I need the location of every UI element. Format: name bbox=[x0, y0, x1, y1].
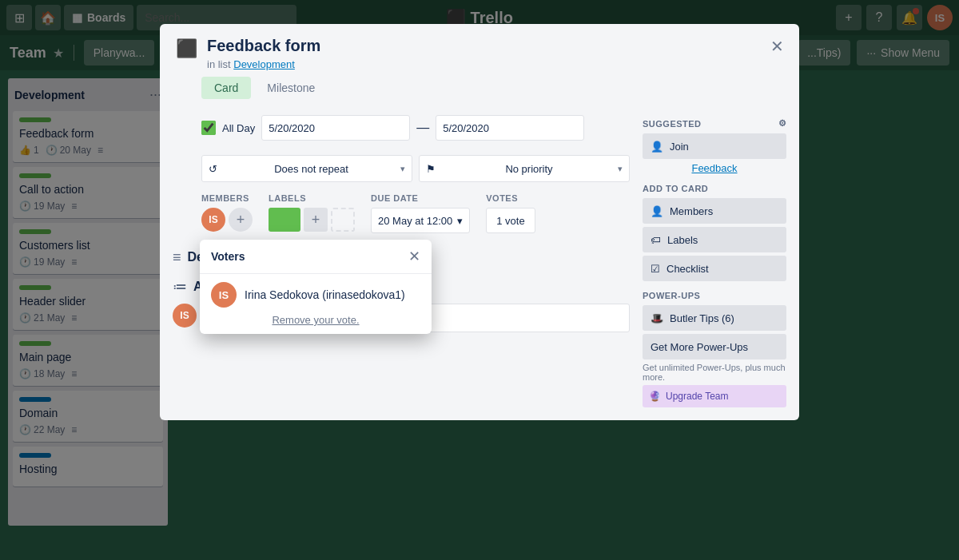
remove-vote-link[interactable]: Remove your vote. bbox=[211, 314, 420, 326]
votes-section: VOTES 1 vote bbox=[486, 193, 535, 233]
modal-subtitle: in list Development bbox=[207, 58, 783, 70]
modal-title: Feedback form bbox=[207, 37, 783, 55]
due-date-selector[interactable]: 20 May at 12:00 ▾ bbox=[371, 208, 470, 233]
modal-header: ⬛ Feedback form in list Development ✕ bbox=[160, 24, 799, 77]
feedback-link[interactable]: Feedback bbox=[643, 162, 786, 174]
date-row: All Day — bbox=[201, 109, 630, 147]
tab-card[interactable]: Card bbox=[201, 77, 251, 99]
card-modal: ⬛ Feedback form in list Development ✕ Ca… bbox=[160, 24, 799, 420]
members-section: MEMBERS IS + bbox=[201, 193, 253, 233]
priority-chevron-icon: ▾ bbox=[618, 164, 623, 174]
butler-icon: 🎩 bbox=[651, 312, 663, 324]
power-ups-label: POWER-UPS bbox=[643, 291, 786, 300]
card-details-row: MEMBERS IS + LABELS + bbox=[201, 193, 630, 233]
due-date-value: 20 May at 12:00 bbox=[378, 215, 452, 227]
vote-count: 1 vote bbox=[496, 215, 524, 227]
votes-label: VOTES bbox=[486, 193, 535, 203]
labels-icon: 🏷 bbox=[651, 234, 661, 246]
voters-popup-header: Voters ✕ bbox=[200, 240, 432, 274]
all-day-label: All Day bbox=[222, 122, 255, 134]
repeat-chevron-icon: ▾ bbox=[400, 164, 405, 174]
get-more-power-ups-button[interactable]: Get More Power-Ups bbox=[643, 334, 786, 359]
checklist-icon: ☑ bbox=[651, 263, 660, 275]
activity-icon: ≔ bbox=[173, 278, 187, 296]
members-icon: 👤 bbox=[651, 205, 663, 217]
voters-close-button[interactable]: ✕ bbox=[408, 248, 420, 265]
modal-close-button[interactable]: ✕ bbox=[764, 34, 790, 59]
repeat-select[interactable]: ↺ Does not repeat ▾ bbox=[201, 155, 412, 182]
voter-row: IS Irina Sedokova (irinasedokova1) bbox=[211, 282, 420, 308]
repeat-value: Does not repeat bbox=[274, 163, 348, 175]
add-label-button[interactable]: + bbox=[304, 208, 328, 232]
repeat-icon: ↺ bbox=[209, 163, 217, 175]
due-date-chevron-icon: ▾ bbox=[457, 215, 463, 227]
modal-overlay[interactable]: ⬛ Feedback form in list Development ✕ Ca… bbox=[0, 0, 959, 560]
labels-add-button[interactable]: 🏷 Labels bbox=[643, 227, 786, 252]
members-content: IS + bbox=[201, 208, 253, 232]
add-to-card-label: ADD TO CARD bbox=[643, 184, 786, 193]
voter-avatar: IS bbox=[211, 282, 237, 308]
date-from-input[interactable] bbox=[261, 115, 410, 141]
members-add-button[interactable]: 👤 Members bbox=[643, 198, 786, 224]
tab-milestone[interactable]: Milestone bbox=[254, 77, 328, 99]
voter-name: Irina Sedokova (irinasedokova1) bbox=[245, 288, 405, 301]
due-date-label: DUE DATE bbox=[371, 193, 470, 203]
options-row: ↺ Does not repeat ▾ ⚑ No priority ▾ bbox=[201, 155, 630, 182]
add-member-button[interactable]: + bbox=[229, 208, 253, 232]
voters-title: Voters bbox=[211, 250, 245, 263]
members-label: MEMBERS bbox=[201, 193, 253, 203]
label-chip bbox=[269, 208, 300, 232]
card-type-icon: ⬛ bbox=[176, 38, 197, 59]
description-icon: ≡ bbox=[173, 249, 181, 266]
label-empty bbox=[331, 208, 355, 232]
suggested-label: SUGGESTED ⚙ bbox=[643, 118, 786, 129]
upgrade-team-button[interactable]: 🔮 Upgrade Team bbox=[643, 385, 786, 407]
voters-close-icon: ✕ bbox=[408, 248, 420, 264]
date-dash: — bbox=[416, 121, 429, 135]
voters-popup: Voters ✕ IS Irina Sedokova (irinasedokov… bbox=[200, 240, 432, 334]
upgrade-note: Get unlimited Power-Ups, plus much more. bbox=[643, 363, 786, 382]
modal-sidebar: SUGGESTED ⚙ 👤 Join Feedback ADD TO CARD … bbox=[643, 109, 786, 407]
priority-value: No priority bbox=[505, 163, 552, 175]
join-icon: 👤 bbox=[651, 141, 663, 153]
suggested-gear-icon[interactable]: ⚙ bbox=[778, 118, 787, 129]
date-to-input[interactable] bbox=[436, 115, 584, 141]
modal-title-area: Feedback form in list Development bbox=[207, 37, 783, 70]
vote-button[interactable]: 1 vote bbox=[486, 208, 535, 233]
labels-section: LABELS + bbox=[269, 193, 355, 233]
checklist-add-button[interactable]: ☑ Checklist bbox=[643, 256, 786, 281]
modal-list-link[interactable]: Development bbox=[233, 58, 295, 70]
modal-tabs: Card Milestone bbox=[160, 77, 799, 99]
upgrade-icon: 🔮 bbox=[649, 391, 661, 402]
due-date-section: DUE DATE 20 May at 12:00 ▾ bbox=[371, 193, 470, 233]
join-button[interactable]: 👤 Join bbox=[643, 133, 786, 159]
comment-avatar: IS bbox=[173, 304, 197, 328]
priority-icon: ⚑ bbox=[426, 163, 436, 175]
priority-select[interactable]: ⚑ No priority ▾ bbox=[419, 155, 630, 182]
butler-tips-button[interactable]: 🎩 Butler Tips (6) bbox=[643, 305, 786, 331]
labels-content: + bbox=[269, 208, 355, 232]
all-day-checkbox[interactable] bbox=[201, 121, 216, 135]
close-icon: ✕ bbox=[770, 37, 784, 56]
labels-label: LABELS bbox=[269, 193, 355, 203]
voters-body: IS Irina Sedokova (irinasedokova1) Remov… bbox=[200, 274, 432, 334]
member-avatar: IS bbox=[201, 208, 225, 232]
